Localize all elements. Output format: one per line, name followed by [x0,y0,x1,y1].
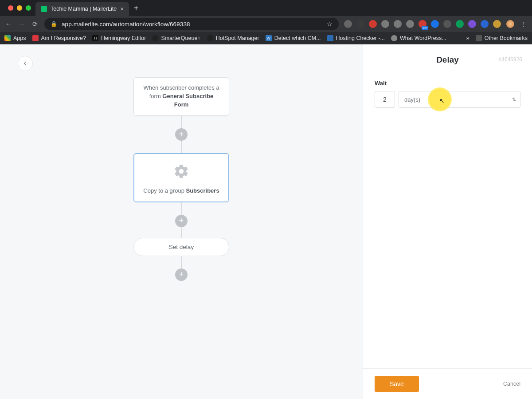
save-button[interactable]: Save [375,376,419,392]
back-button[interactable] [18,56,33,71]
add-step-button[interactable]: + [175,269,188,281]
trigger-node[interactable]: When subscriber completes a form General… [133,77,229,116]
apps-bookmark[interactable]: Apps [4,35,26,41]
bookmark-item[interactable]: Hosting Checker -... [327,35,385,41]
ext-icon[interactable] [394,20,402,28]
window-close-icon[interactable] [8,5,13,11]
connector-line [181,227,182,238]
cancel-link[interactable]: Cancel [503,381,520,387]
browser-titlebar: Techie Mamma | MailerLite × + [0,0,532,16]
bookmark-item[interactable]: Am I Responsive? [32,35,86,41]
browser-menu-icon[interactable]: ⋮ [520,20,528,28]
add-step-button[interactable]: + [175,128,188,141]
connector-line [181,256,182,269]
profile-avatar-icon[interactable] [506,20,514,28]
nav-back-icon[interactable]: ← [4,20,12,28]
window-zoom-icon[interactable] [26,5,31,11]
ext-icon[interactable] [381,20,389,28]
bookmark-item[interactable]: HHemingway Editor [92,35,146,41]
connector-line [181,141,182,153]
ext-icon[interactable] [369,20,377,28]
tab-favicon-icon [41,6,47,12]
ext-icon[interactable] [344,20,352,28]
window-traffic-lights [4,5,35,16]
action-node[interactable]: Copy to a group Subscribers [133,153,229,202]
gear-icon [173,163,189,179]
connector-line [181,116,182,128]
nav-forward-icon[interactable]: → [18,20,26,28]
ext-icon[interactable]: 8m [419,20,426,28]
other-bookmarks[interactable]: Other Bookmarks [476,35,528,41]
ext-icon[interactable] [456,20,464,28]
lock-icon: 🔒 [51,21,57,27]
connector-line [181,202,182,215]
wait-label: Wait [375,80,520,87]
ext-icon[interactable] [481,20,489,28]
bookmarks-overflow[interactable]: » [466,35,469,41]
arrow-left-icon [22,60,28,67]
extensions-row: 8m [344,20,501,28]
nav-reload-icon[interactable]: ⟳ [31,20,39,28]
ext-icon[interactable] [443,20,451,28]
tab-title: Techie Mamma | MailerLite [51,6,117,12]
ext-icon[interactable] [356,20,364,28]
action-text: Copy to a group [143,187,186,194]
star-icon[interactable]: ☆ [327,20,332,28]
bookmark-item[interactable]: HotSpot Manager [207,35,259,41]
action-group-name: Subscribers [186,187,219,194]
tab-close-icon[interactable]: × [120,5,124,12]
wait-value-input[interactable] [375,91,395,108]
add-step-button[interactable]: + [175,215,188,227]
delay-label: Set delay [169,244,194,250]
window-minimize-icon[interactable] [17,5,22,11]
ext-icon[interactable] [468,20,476,28]
ext-icon[interactable] [493,20,501,28]
browser-tab[interactable]: Techie Mamma | MailerLite × [35,2,129,16]
ext-icon[interactable] [431,20,439,28]
bookmark-item[interactable]: SmarterQueue+ [152,35,200,41]
delay-node[interactable]: Set delay [133,238,229,256]
url-text: app.mailerlite.com/automation/workflow/6… [62,21,190,28]
address-bar[interactable]: 🔒 app.mailerlite.com/automation/workflow… [44,18,339,30]
new-tab-button[interactable]: + [129,3,144,16]
bookmarks-bar: Apps Am I Responsive? HHemingway Editor … [0,32,532,44]
bookmark-item[interactable]: WDetect which CM... [266,35,321,41]
ext-icon[interactable] [406,20,414,28]
bookmark-item[interactable]: What WordPress... [391,35,446,41]
trigger-form-name: General Subscribe Form [162,93,213,108]
panel-header: Delay #4646926 [363,44,532,73]
panel-id: #4646926 [499,56,522,63]
panel-footer: Save Cancel [363,368,532,399]
side-panel: Delay #4646926 Wait day(s) ⇅ ↖ [363,44,532,399]
workflow-canvas[interactable]: When subscriber completes a form General… [0,44,363,399]
browser-toolbar: ← → ⟳ 🔒 app.mailerlite.com/automation/wo… [0,16,532,32]
wait-unit-select[interactable]: day(s) [399,91,520,108]
